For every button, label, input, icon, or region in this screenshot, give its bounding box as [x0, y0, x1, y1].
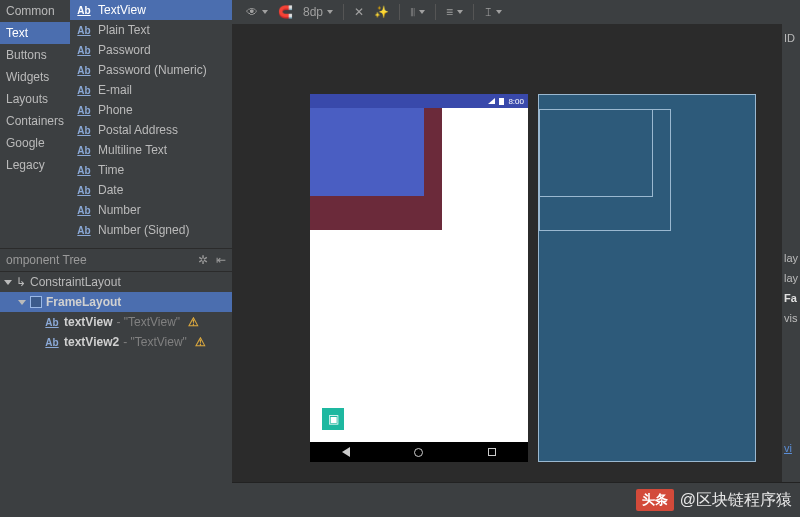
component-tree-tools: ✲ ⇤: [198, 253, 226, 267]
recent-icon[interactable]: [488, 448, 496, 456]
ab-icon: Ab: [76, 5, 92, 16]
ab-icon: Ab: [76, 225, 92, 236]
fab-icon[interactable]: ▣: [322, 408, 344, 430]
blueprint-preview[interactable]: [538, 94, 756, 462]
magnet-icon[interactable]: 🧲: [278, 5, 293, 19]
ab-icon: Ab: [76, 145, 92, 156]
palette-item[interactable]: AbNumber: [70, 200, 232, 220]
clear-constraints-icon[interactable]: ✕: [354, 5, 364, 19]
palette-item[interactable]: AbNumber (Signed): [70, 220, 232, 240]
palette-item[interactable]: AbE-mail: [70, 80, 232, 100]
separator: [343, 4, 344, 20]
palette-item[interactable]: AbMultiline Text: [70, 140, 232, 160]
guidelines-icon[interactable]: 𝙸: [484, 5, 502, 19]
palette-item[interactable]: AbPassword (Numeric): [70, 60, 232, 80]
tree-node-framelayout[interactable]: FrameLayout: [0, 292, 232, 312]
palette-categories: CommonTextButtonsWidgetsLayoutsContainer…: [0, 0, 70, 248]
signal-icon: [488, 98, 495, 104]
infer-constraints-icon[interactable]: ✨: [374, 5, 389, 19]
tree-node-name: textView2: [64, 335, 119, 349]
tree-node-constraintlayout[interactable]: ↳ ConstraintLayout: [0, 272, 232, 292]
ab-icon: Ab: [76, 85, 92, 96]
palette-item-label: E-mail: [98, 83, 132, 97]
ab-icon: Ab: [76, 165, 92, 176]
tree-node-label: ConstraintLayout: [30, 275, 121, 289]
palette-category[interactable]: Text: [0, 22, 70, 44]
pack-icon[interactable]: ⫴: [410, 5, 425, 19]
palette-category[interactable]: Layouts: [0, 88, 70, 110]
ab-icon: Ab: [76, 125, 92, 136]
tree-node-textview[interactable]: AbtextView2 - "TextView"⚠: [0, 332, 232, 352]
palette-category[interactable]: Buttons: [0, 44, 70, 66]
attr-layout2[interactable]: lay: [782, 268, 800, 288]
ab-icon: Ab: [76, 65, 92, 76]
palette-category[interactable]: Containers: [0, 110, 70, 132]
view-all-link[interactable]: vi: [782, 438, 800, 458]
palette-item[interactable]: AbTextView: [70, 0, 232, 20]
palette-item-label: Time: [98, 163, 124, 177]
component-tree: ↳ ConstraintLayout FrameLayout AbtextVie…: [0, 272, 232, 352]
nav-bar: [310, 442, 528, 462]
palette-item-label: Multiline Text: [98, 143, 167, 157]
home-icon[interactable]: [414, 448, 423, 457]
attributes-panel: ID lay lay Fa vis vi: [782, 24, 800, 482]
align-icon[interactable]: ≡: [446, 5, 463, 19]
palette-item-label: TextView: [98, 3, 146, 17]
gear-icon[interactable]: ✲: [198, 253, 208, 267]
palette-item-label: Date: [98, 183, 123, 197]
collapse-icon[interactable]: ⇤: [216, 253, 226, 267]
warning-icon[interactable]: ⚠: [195, 335, 206, 349]
textview-preview[interactable]: [310, 108, 424, 196]
component-tree-title: omponent Tree: [6, 253, 87, 267]
textview-blueprint[interactable]: [539, 109, 653, 197]
palette-item-label: Plain Text: [98, 23, 150, 37]
eye-icon[interactable]: 👁: [246, 5, 268, 19]
palette-item-label: Number: [98, 203, 141, 217]
palette-category[interactable]: Common: [0, 0, 70, 22]
palette-item[interactable]: AbDate: [70, 180, 232, 200]
palette-item-label: Number (Signed): [98, 223, 189, 237]
ab-icon: Ab: [76, 185, 92, 196]
ab-icon: Ab: [76, 105, 92, 116]
separator: [473, 4, 474, 20]
ab-icon: Ab: [76, 45, 92, 56]
separator: [399, 4, 400, 20]
design-surface: 👁 🧲 8dp ✕ ✨ ⫴ ≡ 𝙸 8:00 ▣: [232, 0, 800, 482]
frame-icon: [30, 296, 42, 308]
palette-item-label: Password (Numeric): [98, 63, 207, 77]
back-icon[interactable]: [342, 447, 350, 457]
tree-node-label: FrameLayout: [46, 295, 121, 309]
palette-item[interactable]: AbPostal Address: [70, 120, 232, 140]
attr-layout1[interactable]: lay: [782, 248, 800, 268]
layout-icon: ↳: [16, 275, 26, 289]
expand-icon: [18, 300, 26, 305]
status-time: 8:00: [508, 97, 524, 106]
status-bar: 8:00: [310, 94, 528, 108]
tree-node-text: - "TextView": [123, 335, 187, 349]
ab-icon: Ab: [44, 337, 60, 348]
palette-item[interactable]: AbTime: [70, 160, 232, 180]
left-column: CommonTextButtonsWidgetsLayoutsContainer…: [0, 0, 232, 517]
palette-category[interactable]: Widgets: [0, 66, 70, 88]
watermark-handle: @区块链程序猿: [680, 490, 792, 511]
ab-icon: Ab: [76, 205, 92, 216]
component-tree-header: omponent Tree ✲ ⇤: [0, 248, 232, 272]
tree-node-name: textView: [64, 315, 112, 329]
palette-item[interactable]: AbPassword: [70, 40, 232, 60]
battery-icon: [499, 98, 504, 105]
palette-item[interactable]: AbPlain Text: [70, 20, 232, 40]
palette-item[interactable]: AbPhone: [70, 100, 232, 120]
tree-node-text: - "TextView": [116, 315, 180, 329]
design-toolbar: 👁 🧲 8dp ✕ ✨ ⫴ ≡ 𝙸: [232, 0, 800, 24]
palette-category[interactable]: Google: [0, 132, 70, 154]
attr-visibility[interactable]: vis: [782, 308, 800, 328]
default-margin[interactable]: 8dp: [303, 5, 333, 19]
tree-node-textview[interactable]: AbtextView - "TextView"⚠: [0, 312, 232, 332]
device-preview[interactable]: 8:00 ▣: [310, 94, 528, 462]
attr-id-label: ID: [782, 28, 800, 48]
warning-icon[interactable]: ⚠: [188, 315, 199, 329]
watermark: 头条 @区块链程序猿: [636, 489, 792, 511]
attr-framelayout[interactable]: Fa: [782, 288, 800, 308]
palette-category[interactable]: Legacy: [0, 154, 70, 176]
canvas-area[interactable]: 8:00 ▣: [232, 24, 800, 482]
